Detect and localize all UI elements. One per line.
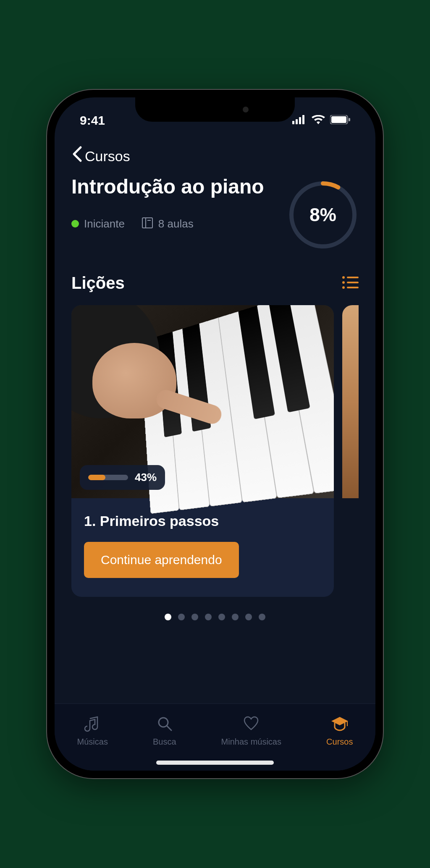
level-text: Iniciante bbox=[84, 217, 125, 230]
svg-point-16 bbox=[342, 286, 345, 289]
tab-label: Busca bbox=[153, 737, 176, 747]
lessons-title: Lições bbox=[71, 274, 125, 293]
lesson-title: 1. Primeiros passos bbox=[84, 513, 321, 529]
heart-icon bbox=[242, 714, 260, 733]
phone-frame: 9:41 Cursos bbox=[47, 90, 383, 778]
level-indicator: Iniciante bbox=[71, 217, 125, 230]
course-progress-ring: 8% bbox=[287, 179, 359, 251]
svg-rect-17 bbox=[347, 287, 359, 288]
carousel-pager bbox=[71, 614, 359, 620]
tab-label: Músicas bbox=[77, 737, 108, 747]
battery-icon bbox=[330, 115, 350, 126]
tab-minhas-musicas[interactable]: Minhas músicas bbox=[221, 714, 281, 747]
tab-cursos[interactable]: Cursos bbox=[326, 714, 353, 747]
pager-dot[interactable] bbox=[245, 614, 252, 620]
svg-point-18 bbox=[159, 718, 168, 727]
lesson-progress-bar bbox=[88, 475, 128, 480]
content: Cursos Introdução ao piano Iniciante bbox=[55, 131, 375, 620]
svg-rect-2 bbox=[299, 117, 301, 124]
svg-rect-3 bbox=[302, 115, 304, 124]
chevron-left-icon bbox=[71, 146, 82, 167]
grad-cap-icon bbox=[330, 714, 349, 733]
tab-label: Minhas músicas bbox=[221, 737, 281, 747]
tab-busca[interactable]: Busca bbox=[153, 714, 176, 747]
signal-icon bbox=[292, 115, 307, 126]
music-icon bbox=[83, 714, 102, 733]
pager-dot[interactable] bbox=[218, 614, 225, 620]
svg-point-14 bbox=[342, 281, 345, 284]
pager-dot[interactable] bbox=[232, 614, 239, 620]
pager-dot[interactable] bbox=[259, 614, 265, 620]
svg-rect-0 bbox=[292, 121, 294, 124]
tab-label: Cursos bbox=[326, 737, 353, 747]
list-view-icon[interactable] bbox=[342, 276, 359, 291]
lesson-carousel[interactable]: 43% 1. Primeiros passos Continue aprende… bbox=[71, 305, 359, 597]
svg-rect-13 bbox=[347, 277, 359, 278]
level-dot-icon bbox=[71, 220, 79, 227]
course-meta: Iniciante 8 aulas bbox=[71, 217, 287, 230]
wifi-icon bbox=[312, 115, 325, 126]
course-title: Introdução ao piano bbox=[71, 175, 287, 198]
lessons-count-indicator: 8 aulas bbox=[142, 217, 194, 230]
course-header: Introdução ao piano Iniciante 8 aulas bbox=[71, 175, 359, 251]
search-icon bbox=[155, 714, 174, 733]
svg-rect-15 bbox=[347, 282, 359, 283]
pager-dot[interactable] bbox=[165, 614, 171, 620]
continue-learning-button[interactable]: Continue aprendendo bbox=[84, 542, 239, 578]
lesson-progress-badge: 43% bbox=[80, 465, 165, 490]
svg-rect-7 bbox=[142, 218, 152, 228]
status-time: 9:41 bbox=[80, 113, 105, 128]
book-icon bbox=[142, 217, 153, 230]
lesson-thumbnail: 43% bbox=[71, 305, 334, 498]
svg-rect-5 bbox=[331, 116, 346, 123]
back-button[interactable]: Cursos bbox=[71, 146, 359, 167]
lessons-count-text: 8 aulas bbox=[158, 217, 194, 230]
tab-musicas[interactable]: Músicas bbox=[77, 714, 108, 747]
screen: 9:41 Cursos bbox=[55, 97, 375, 771]
lesson-progress-pct: 43% bbox=[135, 471, 157, 484]
pager-dot[interactable] bbox=[191, 614, 198, 620]
course-progress-pct: 8% bbox=[309, 204, 336, 225]
pager-dot[interactable] bbox=[178, 614, 185, 620]
svg-line-19 bbox=[167, 726, 171, 730]
status-icons bbox=[292, 115, 350, 126]
svg-rect-1 bbox=[296, 119, 298, 124]
back-label: Cursos bbox=[85, 148, 130, 165]
notch bbox=[135, 97, 295, 122]
lesson-card[interactable]: 43% 1. Primeiros passos Continue aprende… bbox=[71, 305, 334, 597]
lessons-header: Lições bbox=[71, 274, 359, 293]
home-indicator[interactable] bbox=[156, 761, 274, 765]
next-lesson-peek[interactable] bbox=[342, 305, 359, 498]
svg-point-12 bbox=[342, 276, 345, 279]
svg-rect-6 bbox=[349, 118, 350, 121]
pager-dot[interactable] bbox=[205, 614, 212, 620]
